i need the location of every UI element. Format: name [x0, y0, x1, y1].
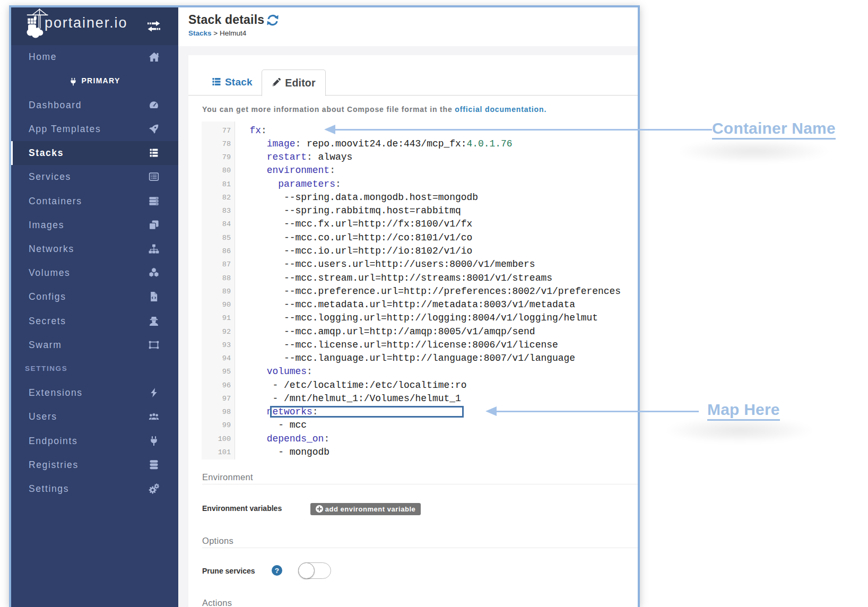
- svg-text:?: ?: [275, 566, 279, 574]
